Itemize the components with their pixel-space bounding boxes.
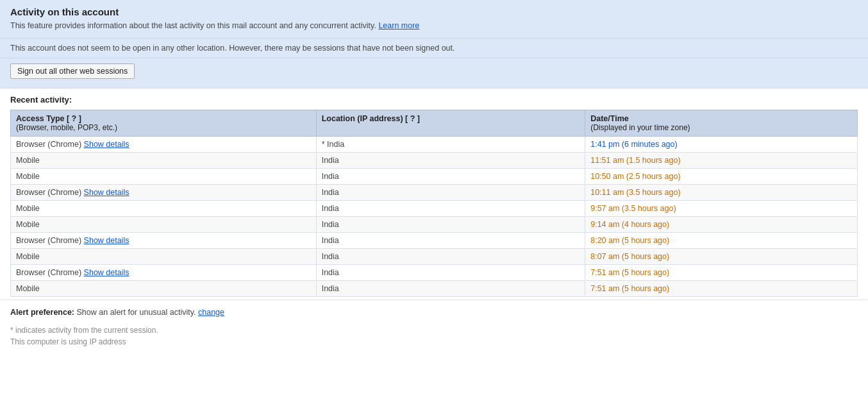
alert-section: Alert preference: Show an alert for unus… (0, 299, 868, 322)
access-type-cell: Browser (Chrome) Show details (11, 265, 317, 281)
location-cell: India (316, 169, 585, 185)
access-type-cell: Browser (Chrome) Show details (11, 137, 317, 153)
location-cell: India (316, 201, 585, 217)
time-cell: 7:51 am (5 hours ago) (585, 265, 858, 281)
access-type-text: Mobile (16, 204, 40, 213)
time-text: 9:14 am (4 hours ago) (590, 220, 669, 229)
access-type-text: Browser (Chrome) (16, 268, 81, 277)
show-details-link[interactable]: Show details (84, 236, 129, 245)
access-type-text: Mobile (16, 252, 40, 261)
time-cell: 9:14 am (4 hours ago) (585, 217, 858, 233)
time-cell: 9:57 am (3.5 hours ago) (585, 201, 858, 217)
access-type-text: Browser (Chrome) (16, 236, 81, 245)
activity-table: Access Type [ ? ] (Browser, mobile, POP3… (10, 110, 858, 297)
time-cell: 8:07 am (5 hours ago) (585, 249, 858, 265)
access-type-text: Mobile (16, 156, 40, 165)
table-row: Browser (Chrome) Show detailsIndia10:11 … (11, 185, 858, 201)
time-text: 10:50 am (2.5 hours ago) (590, 172, 680, 181)
time-text: 1:41 pm (6 minutes ago) (590, 140, 678, 149)
location-cell: India (316, 249, 585, 265)
access-type-cell: Browser (Chrome) Show details (11, 233, 317, 249)
location-cell: India (316, 153, 585, 169)
info-bar: This account does not seem to be open in… (0, 38, 868, 58)
header-desc-text: This feature provides information about … (10, 21, 376, 30)
page-title: Activity on this account (10, 6, 858, 17)
alert-change-link[interactable]: change (198, 308, 224, 317)
table-row: MobileIndia7:51 am (5 hours ago) (11, 281, 858, 297)
table-row: MobileIndia10:50 am (2.5 hours ago) (11, 169, 858, 185)
time-cell: 8:20 am (5 hours ago) (585, 233, 858, 249)
table-row: MobileIndia9:14 am (4 hours ago) (11, 217, 858, 233)
location-cell: India (316, 217, 585, 233)
access-type-text: Mobile (16, 172, 40, 181)
show-details-link[interactable]: Show details (84, 188, 129, 197)
col1-header: Access Type [ ? ] (Browser, mobile, POP3… (11, 110, 317, 137)
recent-label: Recent activity: (10, 95, 858, 105)
show-details-link[interactable]: Show details (84, 268, 129, 277)
access-type-cell: Mobile (11, 281, 317, 297)
sign-out-section: Sign out all other web sessions (0, 58, 868, 88)
sign-out-button[interactable]: Sign out all other web sessions (10, 63, 135, 79)
time-text: 7:51 am (5 hours ago) (590, 284, 669, 293)
alert-label: Alert preference: (10, 308, 74, 317)
time-text: 10:11 am (3.5 hours ago) (590, 188, 680, 197)
time-cell: 10:50 am (2.5 hours ago) (585, 169, 858, 185)
table-row: Browser (Chrome) Show detailsIndia8:20 a… (11, 233, 858, 249)
access-type-text: Browser (Chrome) (16, 188, 81, 197)
col3-header: Date/Time (Displayed in your time zone) (585, 110, 858, 137)
col2-header: Location (IP address) [ ? ] (316, 110, 585, 137)
access-type-text: Browser (Chrome) (16, 140, 81, 149)
access-type-cell: Mobile (11, 217, 317, 233)
time-text: 7:51 am (5 hours ago) (590, 268, 669, 277)
time-cell: 11:51 am (1.5 hours ago) (585, 153, 858, 169)
location-cell: * India (316, 137, 585, 153)
table-row: Browser (Chrome) Show details* India1:41… (11, 137, 858, 153)
access-type-text: Mobile (16, 220, 40, 229)
time-cell: 7:51 am (5 hours ago) (585, 281, 858, 297)
table-row: MobileIndia11:51 am (1.5 hours ago) (11, 153, 858, 169)
header-section: Activity on this account This feature pr… (0, 0, 868, 38)
time-text: 8:07 am (5 hours ago) (590, 252, 669, 261)
table-row: Browser (Chrome) Show detailsIndia7:51 a… (11, 265, 858, 281)
access-type-cell: Mobile (11, 249, 317, 265)
footnotes: * indicates activity from the current se… (0, 322, 868, 359)
learn-more-link[interactable]: Learn more (378, 21, 419, 30)
location-cell: India (316, 265, 585, 281)
location-cell: India (316, 233, 585, 249)
alert-text: Show an alert for unusual activity. (77, 308, 196, 317)
time-text: 11:51 am (1.5 hours ago) (590, 156, 680, 165)
access-type-cell: Mobile (11, 153, 317, 169)
time-text: 8:20 am (5 hours ago) (590, 236, 669, 245)
show-details-link[interactable]: Show details (84, 140, 129, 149)
recent-section: Recent activity: Access Type [ ? ] (Brow… (0, 88, 868, 297)
table-row: MobileIndia8:07 am (5 hours ago) (11, 249, 858, 265)
header-description: This feature provides information about … (10, 21, 858, 30)
time-text: 9:57 am (3.5 hours ago) (590, 204, 676, 213)
location-cell: India (316, 281, 585, 297)
table-row: MobileIndia9:57 am (3.5 hours ago) (11, 201, 858, 217)
footnote2: This computer is using IP address (10, 337, 858, 346)
access-type-cell: Mobile (11, 169, 317, 185)
access-type-text: Mobile (16, 284, 40, 293)
time-cell: 1:41 pm (6 minutes ago) (585, 137, 858, 153)
page-wrapper: Activity on this account This feature pr… (0, 0, 868, 413)
access-type-cell: Browser (Chrome) Show details (11, 185, 317, 201)
info-bar-text: This account does not seem to be open in… (10, 44, 455, 53)
time-cell: 10:11 am (3.5 hours ago) (585, 185, 858, 201)
footnote1: * indicates activity from the current se… (10, 326, 858, 335)
location-cell: India (316, 185, 585, 201)
access-type-cell: Mobile (11, 201, 317, 217)
